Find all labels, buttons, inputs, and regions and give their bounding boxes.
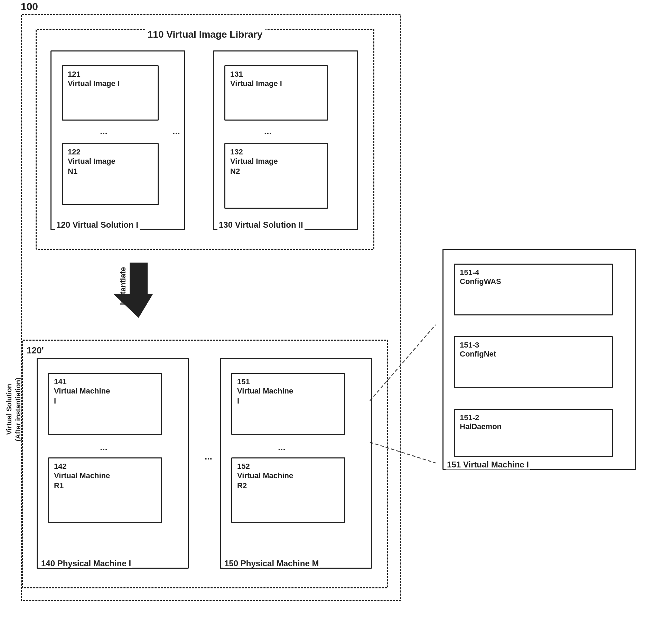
box-151-2: 151-2 HalDaemon [454, 409, 613, 457]
dots-120-mid: ... [100, 126, 108, 136]
lbl-132b: N2 [230, 167, 240, 177]
box-110: 110 Virtual Image Library 120 Virtual So… [36, 29, 374, 250]
vm-box-151-ref: 151 Virtual Machine I [231, 373, 345, 435]
num-142: 142 [54, 462, 67, 471]
box-100: 110 Virtual Image Library 120 Virtual So… [21, 14, 401, 601]
label-100: 100 [21, 1, 38, 12]
img-box-131: 131 Virtual Image I [224, 65, 328, 121]
label-140: 140 Physical Machine I [40, 559, 132, 568]
num-121: 121 [68, 70, 81, 79]
label-110: 110 Virtual Image Library [145, 29, 265, 40]
box-151-3: 151-3 ConfigNet [454, 336, 613, 388]
lbl-151a: Virtual Machine [237, 386, 293, 396]
dots-130-mid: ... [264, 126, 272, 136]
lbl-151-4: ConfigWAS [460, 277, 607, 286]
lbl-131: Virtual Image I [230, 79, 282, 89]
lbl-151-3: ConfigNet [460, 350, 607, 359]
box-120: 120 Virtual Solution I 121 Virtual Image… [50, 50, 185, 230]
img-box-132: 132 Virtual Image N2 [224, 143, 328, 209]
lbl-141a: Virtual Machine [54, 386, 110, 396]
vm-box-152: 152 Virtual Machine R2 [231, 457, 345, 523]
dots-120-right: ... [172, 126, 180, 136]
box-140: 140 Physical Machine I 141 Virtual Machi… [37, 358, 189, 569]
lbl-121: Virtual Image I [68, 79, 120, 89]
lbl-151-2: HalDaemon [460, 422, 607, 431]
box-151-4: 151-4 ConfigWAS [454, 264, 613, 315]
num-151-3: 151-3 [460, 341, 607, 350]
vm-box-141: 141 Virtual Machine I [48, 373, 162, 435]
lbl-122b: N1 [68, 167, 77, 177]
dots-150: ... [278, 442, 286, 453]
dots-140: ... [100, 442, 108, 453]
label-151-outer: 151 Virtual Machine I [446, 460, 530, 470]
num-151-2: 151-2 [460, 413, 607, 422]
box-151-detail: 151-4 ConfigWAS 151-3 ConfigNet 151-2 Ha… [442, 249, 636, 470]
img-box-121: 121 Virtual Image I [62, 65, 159, 121]
lbl-152b: R2 [237, 481, 247, 491]
label-120prime-side: Virtual Solution(After instantiation) [4, 378, 22, 441]
num-122: 122 [68, 148, 81, 157]
box-130: 130 Virtual Solution II 131 Virtual Imag… [213, 50, 358, 230]
num-151-4: 151-4 [460, 268, 607, 277]
lbl-132a: Virtual Image [230, 157, 278, 167]
num-141: 141 [54, 377, 67, 386]
dots-between-machines: ... [205, 451, 212, 462]
box-120prime: 140 Physical Machine I 141 Virtual Machi… [22, 340, 388, 588]
num-132: 132 [230, 148, 243, 157]
lbl-152a: Virtual Machine [237, 471, 293, 481]
box-150: 150 Physical Machine M 151 Virtual Machi… [220, 358, 372, 569]
lbl-142b: R1 [54, 481, 64, 491]
lbl-142a: Virtual Machine [54, 471, 110, 481]
num-152: 152 [237, 462, 250, 471]
lbl-151b: I [237, 396, 239, 406]
num-151-ref: 151 [237, 377, 250, 386]
lbl-122a: Virtual Image [68, 157, 115, 167]
label-130: 130 Virtual Solution II [217, 220, 305, 230]
num-131: 131 [230, 70, 243, 79]
img-box-122: 122 Virtual Image N1 [62, 143, 159, 205]
lbl-141b: I [54, 396, 56, 406]
instantiate-label: Instantiate [119, 267, 128, 305]
vm-box-142: 142 Virtual Machine R1 [48, 457, 162, 523]
label-120: 120 Virtual Solution I [55, 220, 140, 230]
label-150: 150 Physical Machine M [223, 559, 320, 568]
